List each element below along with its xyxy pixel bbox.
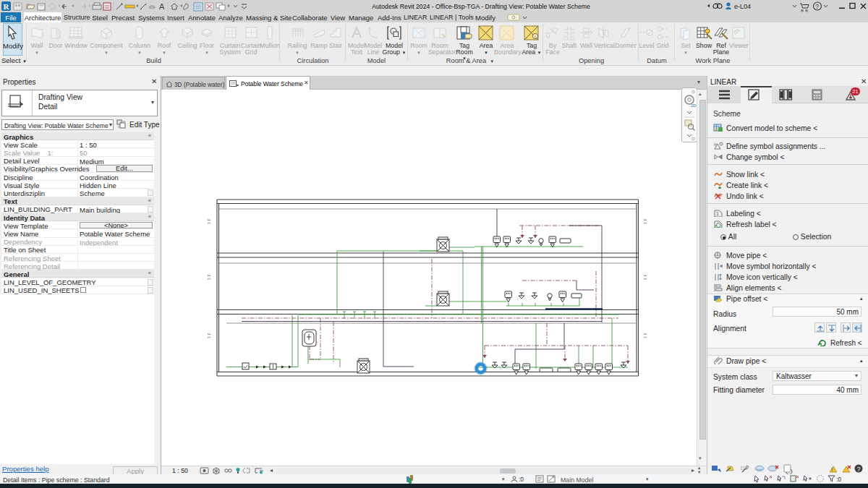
svg-text:3. F: 3. F: [208, 333, 211, 338]
svg-text::0: :0: [519, 476, 524, 483]
svg-text:3. F: 3. F: [208, 274, 211, 280]
svg-text:2D: 2D: [691, 103, 697, 108]
svg-text:?: ?: [815, 3, 819, 10]
svg-text:!: !: [832, 467, 833, 472]
svg-text:3. F: 3. F: [644, 218, 647, 224]
svg-text:3. F: 3. F: [644, 274, 647, 280]
svg-text:e-L04: e-L04: [734, 3, 751, 10]
svg-text:i: i: [535, 34, 535, 39]
svg-text:A: A: [159, 2, 165, 11]
svg-text:1: 1: [716, 211, 719, 216]
svg-text:3. F: 3. F: [208, 218, 211, 224]
svg-text::0: :0: [836, 476, 841, 483]
svg-text:R: R: [4, 2, 10, 11]
svg-text:?: ?: [857, 466, 861, 473]
svg-text:3. F: 3. F: [644, 333, 647, 338]
